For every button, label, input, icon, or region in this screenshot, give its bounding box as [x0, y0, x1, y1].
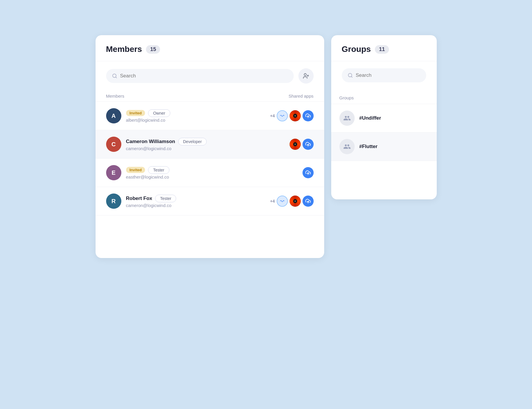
app-icon-upload-albert [302, 110, 314, 121]
table-header: Members Shared apps [96, 91, 324, 102]
upload-icon-easther [305, 170, 311, 175]
groups-search-icon [348, 73, 353, 78]
member-email-albert: albert@logicwind.co [126, 118, 266, 123]
member-name-cameron: Cameron Williamson [126, 139, 175, 145]
avatar-robert: R [106, 194, 121, 209]
invited-badge-easther: Invited [126, 167, 145, 173]
app-icon-upload-cameron [302, 139, 314, 150]
apps-section-robert: +4 [270, 196, 314, 207]
wave-icon-robert [280, 198, 285, 204]
member-name-row-robert: Robert Fox Tester [126, 195, 266, 202]
groups-search-wrapper[interactable] [342, 68, 426, 82]
members-count-badge: 15 [146, 45, 160, 54]
column-shared-apps-label: Shared apps [288, 94, 313, 99]
member-name-row-cameron: Cameron Williamson Developer [126, 138, 285, 145]
app-icon-vinyl-cameron [290, 139, 301, 150]
svg-line-10 [351, 76, 352, 77]
app-icon-vinyl-albert [290, 110, 301, 121]
upload-icon-cameron [305, 142, 311, 147]
members-title: Members [106, 45, 142, 54]
group-row-undiffer[interactable]: #Undiffer [331, 104, 437, 133]
role-badge-easther: Tester [148, 166, 169, 174]
apps-section-albert: +4 [270, 110, 314, 121]
group-name-undiffer: #Undiffer [359, 115, 381, 121]
members-search-input[interactable] [120, 73, 288, 79]
apps-section-easther [302, 167, 314, 178]
member-email-cameron: cameron@logicwind.co [126, 146, 285, 151]
avatar-easther: E [106, 165, 121, 180]
member-info-cameron: Cameron Williamson Developer cameron@log… [126, 138, 285, 151]
app-icon-upload-robert [302, 196, 314, 207]
member-row-cameron[interactable]: C Cameron Williamson Developer cameron@l… [96, 130, 324, 159]
app-icon-vinyl-robert [290, 196, 301, 207]
plus-count-robert: +4 [270, 199, 275, 203]
member-row-albert[interactable]: A Invited Owner albert@logicwind.co +4 [96, 102, 324, 130]
member-row-robert[interactable]: R Robert Fox Tester cameron@logicwind.co… [96, 187, 324, 215]
invited-badge-albert: Invited [126, 110, 145, 116]
app-icon-wave [277, 110, 288, 121]
groups-count-badge: 11 [375, 45, 389, 54]
member-info-albert: Invited Owner albert@logicwind.co [126, 109, 266, 123]
app-icon-wave-robert [277, 196, 288, 207]
member-email-easther: easther@logicwind.co [126, 174, 298, 179]
groups-panel-header: Groups 11 [331, 35, 437, 61]
plus-count-albert: +4 [270, 113, 275, 118]
role-badge-robert: Tester [155, 195, 176, 202]
member-name-robert: Robert Fox [126, 196, 152, 201]
member-info-easther: Invited Tester easther@logicwind.co [126, 166, 298, 179]
avatar-albert: A [106, 108, 121, 123]
groups-title: Groups [342, 45, 371, 54]
role-badge-albert: Owner [148, 109, 170, 117]
group-icon-flutter [343, 143, 351, 150]
groups-search-row [331, 61, 437, 89]
app-icon-upload-easther [302, 167, 314, 178]
add-member-button[interactable] [298, 68, 314, 84]
members-panel: Members 15 Members Shared apps A [96, 35, 324, 258]
add-person-icon [303, 73, 309, 79]
group-row-flutter[interactable]: #Flutter [331, 133, 437, 161]
search-icon [112, 73, 117, 79]
upload-icon-robert [305, 198, 311, 204]
groups-panel: Groups 11 Groups #Undiffer [331, 35, 437, 199]
svg-line-1 [115, 77, 116, 78]
group-name-flutter: #Flutter [359, 144, 378, 150]
member-name-row-easther: Invited Tester [126, 166, 298, 174]
svg-point-2 [304, 74, 306, 76]
apps-section-cameron [290, 139, 314, 150]
members-search-wrapper[interactable] [106, 69, 294, 83]
main-container: Members 15 Members Shared apps A [0, 0, 532, 409]
column-members-label: Members [106, 94, 125, 99]
role-badge-cameron: Developer [178, 138, 207, 145]
members-panel-header: Members 15 [96, 35, 324, 61]
member-row-easther[interactable]: E Invited Tester easther@logicwind.co [96, 159, 324, 187]
groups-search-input[interactable] [356, 72, 420, 78]
wave-icon [280, 113, 285, 118]
avatar-cameron: C [106, 137, 121, 152]
groups-list-header: Groups [331, 89, 437, 104]
member-name-row-albert: Invited Owner [126, 109, 266, 117]
group-icon-undiffer [343, 114, 351, 122]
member-email-robert: cameron@logicwind.co [126, 203, 266, 208]
upload-icon [305, 113, 311, 118]
group-avatar-undiffer [339, 111, 355, 126]
group-avatar-flutter [339, 139, 355, 154]
members-search-row [96, 61, 324, 91]
member-info-robert: Robert Fox Tester cameron@logicwind.co [126, 195, 266, 208]
